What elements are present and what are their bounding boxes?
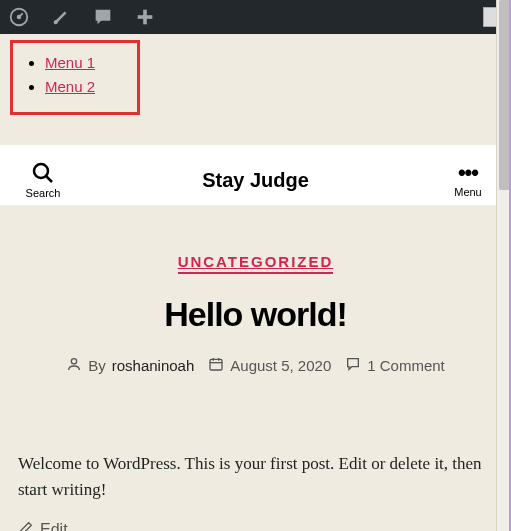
post-header: UNCATEGORIZED Hello world! By roshaninoa… (0, 205, 511, 395)
menu-link-2[interactable]: Menu 2 (45, 78, 95, 95)
date-meta: August 5, 2020 (208, 356, 331, 375)
post-date: August 5, 2020 (230, 357, 331, 374)
svg-rect-4 (138, 15, 153, 19)
spacer (0, 125, 511, 145)
list-item: Menu 1 (45, 54, 127, 72)
comment-icon[interactable] (92, 6, 114, 28)
search-icon (31, 161, 55, 185)
admin-bar-left (8, 6, 156, 28)
comment-icon (345, 356, 361, 375)
edit-icon (18, 520, 34, 531)
plus-icon[interactable] (134, 6, 156, 28)
person-icon (66, 356, 82, 375)
category-link[interactable]: UNCATEGORIZED (178, 253, 334, 274)
list-item: Menu 2 (45, 78, 127, 96)
edit-label: Edit (40, 521, 68, 531)
dashboard-icon[interactable] (8, 6, 30, 28)
comments-count: 1 Comment (367, 357, 445, 374)
author-meta[interactable]: By roshaninoah (66, 356, 194, 375)
author-name: roshaninoah (112, 357, 195, 374)
svg-point-5 (34, 164, 48, 178)
site-title[interactable]: Stay Judge (202, 169, 309, 192)
ellipsis-icon: ••• (458, 162, 478, 184)
calendar-icon (208, 356, 224, 375)
post-title: Hello world! (16, 295, 495, 334)
post-body: Welcome to WordPress. This is your first… (0, 451, 511, 502)
edit-link[interactable]: Edit (0, 520, 511, 531)
svg-point-7 (72, 359, 77, 364)
menu-label: Menu (454, 186, 482, 198)
menu-link-1[interactable]: Menu 1 (45, 54, 95, 71)
highlighted-menu-box: Menu 1 Menu 2 (10, 40, 140, 115)
menu-list: Menu 1 Menu 2 (23, 54, 127, 96)
search-toggle[interactable]: Search (18, 161, 68, 199)
post-meta: By roshaninoah August 5, 2020 1 Comment (16, 356, 495, 375)
admin-bar (0, 0, 511, 34)
brush-icon[interactable] (50, 6, 72, 28)
search-label: Search (26, 187, 61, 199)
site-header: Search Stay Judge ••• Menu (0, 145, 511, 205)
by-label: By (88, 357, 106, 374)
comments-meta[interactable]: 1 Comment (345, 356, 445, 375)
svg-point-2 (18, 16, 21, 19)
svg-line-6 (46, 176, 52, 182)
svg-rect-8 (210, 359, 222, 370)
menu-toggle[interactable]: ••• Menu (443, 162, 493, 198)
